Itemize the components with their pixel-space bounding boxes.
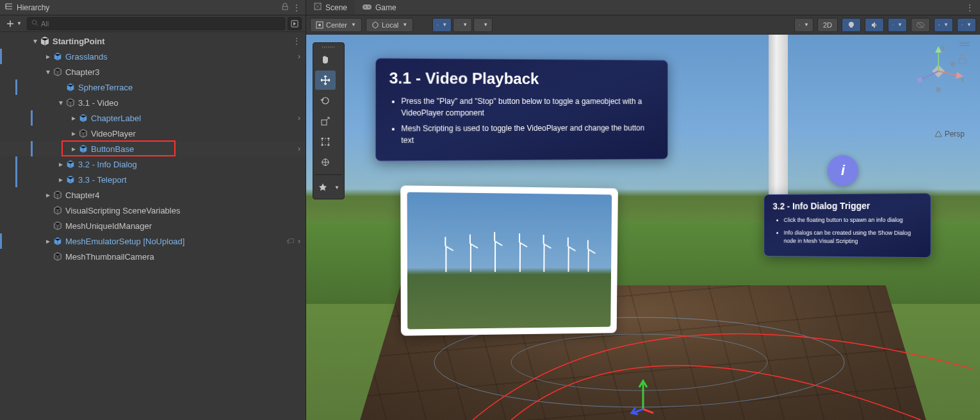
chevron-right-icon[interactable]: › bbox=[298, 52, 300, 61]
tree-item-meshunique[interactable]: MeshUniqueIdManager bbox=[0, 218, 306, 233]
hierarchy-toolbar: ▼ bbox=[0, 15, 306, 32]
foldout-icon[interactable]: ▸ bbox=[69, 129, 78, 138]
scale-tool-button[interactable] bbox=[315, 112, 336, 131]
tab-game[interactable]: Game bbox=[355, 0, 404, 15]
chevron-right-icon[interactable]: › bbox=[298, 144, 300, 153]
tree-item-chapterlabel[interactable]: ▸ ChapterLabel › bbox=[0, 110, 306, 126]
pivot-mode-button[interactable]: Center▼ bbox=[310, 18, 362, 32]
svg-point-25 bbox=[936, 87, 941, 92]
tree-item-teleport[interactable]: ▸ 3.3 - Teleport bbox=[0, 172, 306, 187]
foldout-icon[interactable]: ▸ bbox=[56, 175, 65, 184]
chapter-panel-video: 3.1 - Video Playback Press the "Play" an… bbox=[375, 58, 668, 161]
transform-tool-button[interactable] bbox=[315, 153, 336, 172]
gameobject-icon bbox=[53, 205, 63, 215]
tab-label: Scene bbox=[325, 3, 347, 12]
scene-viewport[interactable]: 3.1 - Video Playback Press the "Play" an… bbox=[306, 35, 980, 420]
orientation-gizmo[interactable]: y x bbox=[910, 42, 967, 100]
tree-item-sphereterrace[interactable]: SphereTerrace bbox=[0, 80, 306, 95]
panel-bullet: Press the "Play" and "Stop" button below… bbox=[401, 96, 655, 119]
camera-button[interactable]: ▼ bbox=[934, 18, 953, 32]
snap-button[interactable]: ▼ bbox=[453, 18, 472, 32]
svg-point-16 bbox=[322, 138, 323, 140]
panel-menu-icon[interactable]: ⋮ bbox=[960, 3, 980, 12]
scene-panel: Scene Game ⋮ Center▼ Local▼ ▼ ▼ ▼ ▼ 2D bbox=[306, 0, 980, 420]
scene-toolbar: Center▼ Local▼ ▼ ▼ ▼ ▼ 2D ▼ ▼ ▼ bbox=[306, 15, 980, 35]
lock-icon[interactable] bbox=[281, 3, 289, 12]
gameobject-icon bbox=[53, 251, 63, 262]
foldout-icon[interactable]: ▸ bbox=[56, 160, 65, 169]
foldout-icon[interactable]: ▸ bbox=[44, 52, 53, 61]
tree-item-grasslands[interactable]: ▸ Grasslands › bbox=[0, 49, 306, 64]
gameobject-icon bbox=[78, 128, 88, 139]
palette-grip[interactable] bbox=[315, 45, 342, 49]
increment-snap-button[interactable]: ▼ bbox=[473, 18, 493, 32]
lighting-button[interactable] bbox=[842, 18, 861, 32]
grid-button[interactable]: ▼ bbox=[432, 18, 452, 32]
hierarchy-tree: ▾ StartingPoint ⋮ ▸ Grasslands › ▾ Chapt… bbox=[0, 32, 306, 420]
2d-toggle-button[interactable]: 2D bbox=[817, 18, 838, 32]
tree-label: SphereTerrace bbox=[78, 83, 133, 92]
scene-root[interactable]: ▾ StartingPoint ⋮ bbox=[0, 33, 306, 49]
tree-label: MeshThumbnailCamera bbox=[65, 252, 154, 262]
foldout-icon[interactable]: ▾ bbox=[44, 67, 53, 76]
rotate-tool-button[interactable] bbox=[315, 91, 336, 110]
svg-point-6 bbox=[318, 24, 321, 26]
custom-tool-dropdown[interactable]: ▼ bbox=[332, 178, 342, 197]
foldout-icon[interactable]: ▾ bbox=[31, 37, 40, 46]
tree-label: 3.2 - Info Dialog bbox=[78, 160, 137, 169]
foldout-icon[interactable]: ▾ bbox=[56, 98, 65, 107]
hidden-button[interactable] bbox=[911, 18, 930, 32]
scene-menu-icon[interactable]: ⋮ bbox=[293, 37, 300, 46]
audio-button[interactable] bbox=[865, 18, 884, 32]
panel-title: 3.2 - Info Dialog Trigger bbox=[772, 200, 921, 211]
move-tool-button[interactable] bbox=[315, 71, 336, 90]
video-screen-mesh bbox=[400, 185, 618, 335]
tree-item-visualscripting[interactable]: VisualScripting SceneVariables bbox=[0, 203, 306, 218]
orientation-label: Local bbox=[382, 21, 398, 29]
svg-point-18 bbox=[322, 144, 323, 146]
tree-item-infodialog[interactable]: ▸ 3.2 - Info Dialog bbox=[0, 156, 306, 172]
persp-text: Persp bbox=[945, 130, 965, 139]
tree-label: StartingPoint bbox=[53, 37, 105, 46]
tree-label: VisualScripting SceneVariables bbox=[65, 206, 180, 215]
foldout-icon[interactable]: ▸ bbox=[69, 144, 78, 153]
foldout-icon[interactable]: ▸ bbox=[44, 237, 53, 246]
draw-mode-button[interactable]: ▼ bbox=[794, 18, 813, 32]
scene-icon bbox=[40, 36, 50, 46]
gizmos-button[interactable]: ▼ bbox=[957, 18, 976, 32]
projection-label[interactable]: Persp bbox=[935, 130, 965, 139]
hand-tool-button[interactable] bbox=[315, 50, 336, 69]
rect-tool-button[interactable] bbox=[315, 132, 336, 151]
tree-label: VideoPlayer bbox=[91, 129, 136, 139]
tree-label: ButtonBase bbox=[91, 144, 134, 154]
tree-item-meshthumbnail[interactable]: MeshThumbnailCamera bbox=[0, 249, 306, 264]
hierarchy-icon bbox=[5, 3, 13, 12]
effects-button[interactable]: ▼ bbox=[888, 18, 907, 32]
create-button[interactable]: ▼ bbox=[4, 19, 24, 29]
transform-gizmo[interactable] bbox=[630, 377, 656, 417]
tree-item-meshemulator[interactable]: ▸ MeshEmulatorSetup [NoUpload] 🏷› bbox=[0, 233, 306, 249]
chevron-right-icon[interactable]: › bbox=[298, 113, 300, 122]
tree-label: Grasslands bbox=[65, 52, 108, 62]
prefab-icon bbox=[78, 113, 88, 123]
foldout-icon[interactable]: ▸ bbox=[44, 190, 53, 199]
foldout-icon[interactable]: ▸ bbox=[69, 113, 78, 122]
hierarchy-search[interactable] bbox=[27, 17, 285, 30]
orientation-button[interactable]: Local▼ bbox=[366, 18, 413, 32]
search-input[interactable] bbox=[41, 20, 281, 28]
panel-menu-icon[interactable]: ⋮ bbox=[293, 3, 300, 12]
custom-tool-button[interactable] bbox=[315, 178, 331, 197]
tree-label: Chapter3 bbox=[65, 67, 99, 77]
tree-item-chapter3[interactable]: ▾ Chapter3 bbox=[0, 64, 306, 80]
tab-scene[interactable]: Scene bbox=[306, 0, 355, 15]
search-type-button[interactable] bbox=[288, 17, 302, 30]
palette-divider bbox=[315, 174, 342, 175]
tree-item-video-section[interactable]: ▾ 3.1 - Video bbox=[0, 95, 306, 110]
tree-item-buttonbase[interactable]: ▸ ButtonBase › bbox=[0, 141, 306, 156]
tree-item-videoplayer[interactable]: ▸ VideoPlayer bbox=[0, 126, 306, 141]
video-texture bbox=[407, 192, 612, 330]
tree-label: ChapterLabel bbox=[91, 113, 141, 123]
tab-label: Game bbox=[375, 3, 396, 12]
tree-item-chapter4[interactable]: ▸ Chapter4 bbox=[0, 187, 306, 203]
chevron-right-icon[interactable]: › bbox=[298, 237, 300, 246]
